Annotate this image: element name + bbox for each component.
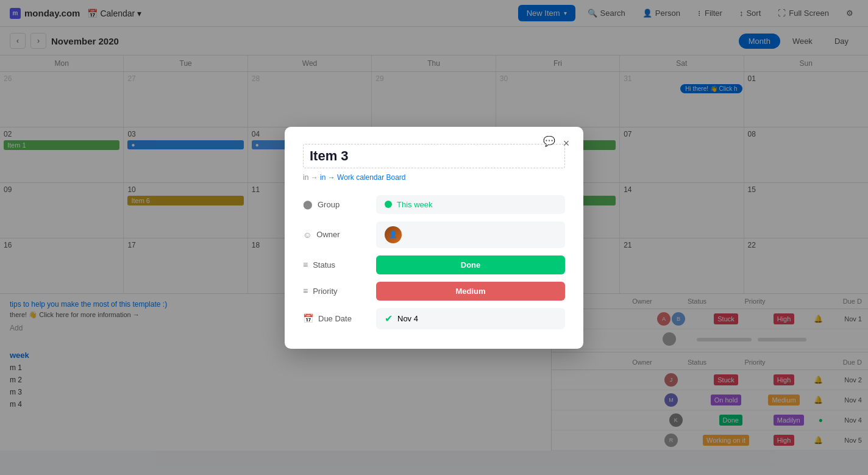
group-value-text: This week [397, 200, 433, 209]
breadcrumb: in → in → Work calendar Board [303, 173, 565, 182]
due-date-value[interactable]: ✔ Nov 4 [376, 308, 565, 329]
status-value-text: Done [461, 260, 481, 270]
due-date-label: Due Date [318, 314, 352, 323]
status-value[interactable]: Done [376, 255, 565, 274]
owner-label: Owner [316, 230, 340, 239]
comment-button[interactable]: 💬 [543, 135, 555, 147]
priority-value-text: Medium [455, 287, 485, 296]
avatar: 👤 [385, 226, 402, 243]
status-field: ≡ Status Done [303, 255, 565, 274]
status-label: Status [313, 260, 335, 270]
priority-label: Priority [313, 287, 337, 296]
priority-field: ≡ Priority Medium [303, 282, 565, 301]
modal-fields: ⬤ Group This week ☺ Owner 👤 [303, 195, 565, 329]
due-date-field: 📅 Due Date ✔ Nov 4 [303, 308, 565, 329]
status-icon: ≡ [303, 260, 308, 270]
item-title-input[interactable] [303, 144, 565, 168]
group-field: ⬤ Group This week [303, 195, 565, 214]
priority-value[interactable]: Medium [376, 282, 565, 301]
priority-icon: ≡ [303, 286, 308, 296]
breadcrumb-link[interactable]: in → Work calendar Board [320, 173, 406, 182]
due-date-value-text: Nov 4 [397, 314, 418, 323]
owner-field: ☺ Owner 👤 [303, 221, 565, 248]
group-label: Group [318, 200, 340, 209]
group-icon: ⬤ [303, 199, 313, 209]
group-dot-icon [385, 201, 392, 208]
person-icon: ☺ [303, 230, 311, 240]
close-button[interactable]: × [558, 135, 575, 152]
modal-overlay: 💬 × in → in → Work calendar Board ⬤ Grou… [0, 0, 868, 475]
calendar-icon: 📅 [303, 313, 313, 323]
owner-value[interactable]: 👤 [376, 221, 565, 248]
item-modal: 💬 × in → in → Work calendar Board ⬤ Grou… [285, 127, 583, 349]
group-value[interactable]: This week [376, 195, 565, 214]
check-icon: ✔ [385, 313, 393, 324]
